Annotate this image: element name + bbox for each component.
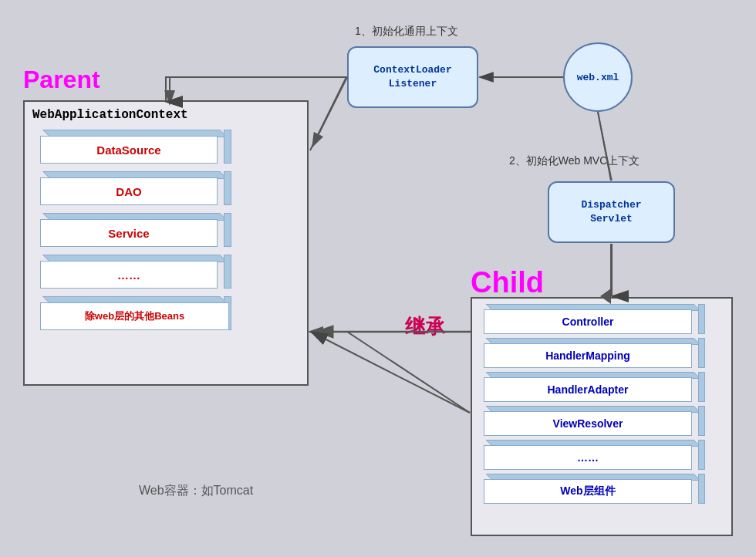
child-bar-handleradapter: HandlerAdapter [484, 377, 720, 407]
webcontainer-label: Web容器：如Tomcat [139, 483, 253, 499]
svg-line-10 [598, 112, 612, 181]
svg-line-3 [312, 77, 347, 147]
context-loader-listener-box: ContextLoaderListener [347, 46, 478, 108]
bar-text: Service [108, 227, 149, 240]
svg-line-12 [311, 332, 470, 413]
bar-text: 除web层的其他Beans [85, 309, 184, 323]
bar-text: DataSource [96, 143, 160, 157]
wac-box: WebApplicationContext DataSource DAO Ser… [23, 100, 309, 386]
child-bar-front: …… [484, 445, 692, 470]
dispatcher-servlet-box: DispatcherServlet [548, 181, 675, 243]
bar-dao: DAO [40, 177, 292, 211]
bar-other-beans: 除web层的其他Beans [40, 302, 292, 336]
webxml-circle: web.xml [563, 42, 633, 112]
bar-side [224, 213, 231, 247]
ds-text: DispatcherServlet [581, 198, 641, 226]
child-bar-text: ViewResolver [553, 417, 623, 430]
child-bar-handlermapping: HandlerMapping [484, 343, 720, 373]
child-bar-weblayer: Web层组件 [484, 479, 720, 508]
child-bar-text: Web层组件 [560, 484, 615, 498]
cll-text: ContextLoaderListener [373, 63, 451, 91]
jicheng-label: 继承 [405, 313, 445, 340]
bar-text: DAO [116, 185, 141, 198]
child-bar-side [698, 372, 705, 402]
bar-side [224, 171, 231, 205]
child-bar-controller: Controller [484, 309, 720, 339]
bar-text: …… [117, 268, 140, 282]
child-bar-side [698, 474, 705, 504]
child-bar-front: HandlerMapping [484, 343, 692, 368]
annotation-2: 2、初始化Web MVC上下文 [509, 154, 640, 168]
child-bar-side [698, 304, 705, 334]
child-bar-text: HandlerMapping [545, 349, 630, 362]
svg-line-6 [598, 112, 611, 181]
child-bar-text: Controller [562, 316, 614, 328]
bar-front: DataSource [40, 136, 218, 164]
child-bar-dots: …… [484, 445, 720, 474]
bar-side [224, 255, 231, 289]
bar-front: DAO [40, 177, 218, 205]
child-bar-front: Controller [484, 309, 692, 334]
child-bar-viewresolver: ViewResolver [484, 411, 720, 441]
webxml-text: web.xml [577, 72, 619, 83]
child-bar-front: ViewResolver [484, 411, 692, 436]
child-bar-side [698, 406, 705, 436]
child-bar-text: …… [577, 451, 599, 464]
bar-side [224, 130, 231, 164]
bar-dots: …… [40, 261, 292, 295]
bar-front: …… [40, 261, 218, 289]
wac-title: WebApplicationContext [25, 102, 307, 128]
bar-front: 除web层的其他Beans [40, 302, 229, 330]
child-label: Child [471, 266, 544, 299]
child-bar-side [698, 338, 705, 368]
bar-front: Service [40, 219, 218, 247]
child-bar-text: HandlerAdapter [547, 383, 628, 396]
child-box: Controller HandlerMapping HandlerAdapter… [471, 297, 733, 536]
child-bar-side [698, 440, 705, 470]
annotation-1: 1、初始化通用上下文 [355, 25, 458, 39]
child-bar-front: Web层组件 [484, 479, 692, 504]
parent-label: Parent [23, 66, 100, 94]
bar-service: Service [40, 219, 292, 253]
child-bar-front: HandlerAdapter [484, 377, 692, 402]
bar-datasource: DataSource [40, 136, 292, 170]
